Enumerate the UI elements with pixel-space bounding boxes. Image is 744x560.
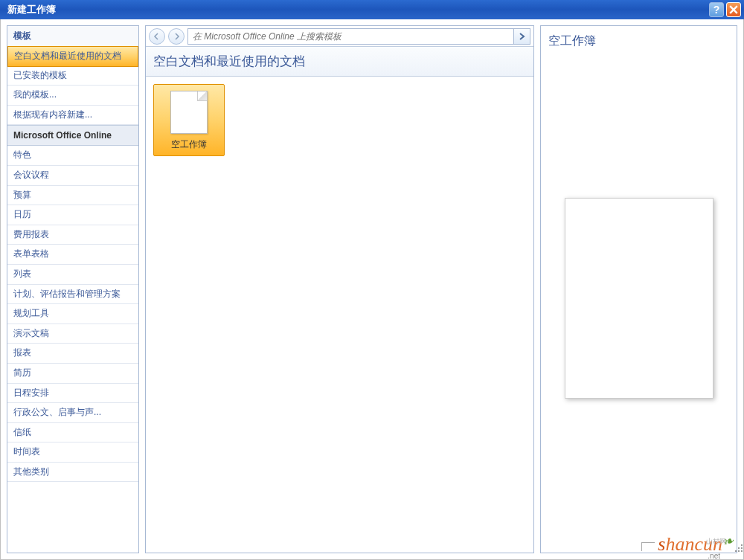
back-button[interactable] (149, 28, 165, 45)
sidebar-item-label: 演示文稿 (13, 328, 49, 338)
document-icon (170, 91, 208, 134)
nav-bar (146, 26, 533, 47)
sidebar-item-label: 日历 (13, 209, 31, 219)
sidebar-item-stationery[interactable]: 行政公文、启事与声... (7, 403, 138, 423)
sidebar-item-agendas[interactable]: 会议议程 (7, 166, 138, 186)
templates-area: 空工作簿 (146, 77, 533, 553)
sidebar-item-label: 日程安排 (13, 387, 49, 398)
sidebar-item-label: 时间表 (13, 446, 40, 457)
help-button[interactable]: ? (709, 2, 724, 17)
sidebar-item-featured[interactable]: 特色 (7, 146, 138, 166)
sidebar-item-schedules[interactable]: 日程安排 (7, 384, 138, 404)
sidebar-item-planners[interactable]: 规划工具 (7, 304, 138, 324)
window-controls: ? (709, 2, 741, 17)
preview-document (565, 198, 713, 399)
sidebar-item-label: 预算 (13, 190, 31, 200)
dialog-body: 模板 空白文档和最近使用的文档 已安装的模板 我的模板... 根据现有内容新建.… (0, 19, 744, 560)
sidebar-item-label: 其他类别 (13, 466, 49, 477)
sidebar-item-letters[interactable]: 信纸 (7, 423, 138, 443)
sidebar-item-resumes[interactable]: 简历 (7, 364, 138, 384)
sidebar-item-label: 会议议程 (13, 170, 49, 180)
search-input[interactable] (188, 29, 513, 44)
section-title: 空白文档和最近使用的文档 (146, 47, 533, 77)
titlebar: 新建工作簿 ? (0, 0, 744, 19)
sidebar-item-label: 根据现有内容新建... (13, 109, 92, 120)
sidebar-item-timesheets[interactable]: 时间表 (7, 442, 138, 463)
forward-button[interactable] (168, 28, 185, 45)
sidebar-item-more-categories[interactable]: 其他类别 (7, 463, 138, 483)
sidebar-item-label: 表单表格 (13, 248, 49, 259)
arrow-left-icon (153, 33, 161, 40)
sidebar-item-reports[interactable]: 报表 (7, 344, 138, 364)
sidebar-item-label: 报表 (13, 347, 31, 358)
sidebar-item-forms[interactable]: 表单表格 (7, 245, 138, 265)
sidebar-item-lists[interactable]: 列表 (7, 265, 138, 285)
arrow-right-icon (518, 32, 527, 41)
search-go-button[interactable] (513, 29, 530, 44)
sidebar-item-installed-templates[interactable]: 已安装的模板 (7, 66, 138, 86)
search-box (187, 28, 530, 45)
sidebar-item-budgets[interactable]: 预算 (7, 186, 138, 206)
sidebar-item-label: 信纸 (13, 427, 31, 437)
sidebar-item-blank-recent[interactable]: 空白文档和最近使用的文档 (7, 46, 138, 67)
close-icon (729, 5, 738, 14)
sidebar-header: 模板 (7, 26, 138, 47)
sidebar-item-label: 简历 (13, 367, 31, 378)
sidebar-section-office-online: Microsoft Office Online (7, 125, 138, 146)
sidebar-item-label: 费用报表 (13, 229, 49, 239)
sidebar-item-my-templates[interactable]: 我的模板... (7, 86, 138, 106)
center-pane: 空白文档和最近使用的文档 空工作簿 (145, 25, 534, 553)
template-label: 空工作簿 (157, 138, 221, 151)
sidebar-item-presentations[interactable]: 演示文稿 (7, 324, 138, 344)
sidebar-item-label: 已安装的模板 (13, 70, 67, 80)
sidebar-item-label: 特色 (13, 149, 31, 160)
window-title: 新建工作簿 (7, 3, 709, 16)
sidebar-item-expense-reports[interactable]: 费用报表 (7, 225, 138, 245)
sidebar-item-label: 行政公文、启事与声... (13, 407, 101, 417)
sidebar-item-plans[interactable]: 计划、评估报告和管理方案 (7, 285, 138, 305)
sidebar-item-label: 规划工具 (13, 308, 49, 318)
sidebar-item-label: 列表 (13, 268, 31, 279)
sidebar-item-label: 我的模板... (13, 89, 57, 100)
close-button[interactable] (726, 2, 741, 17)
sidebar-item-label: 计划、评估报告和管理方案 (13, 289, 121, 299)
arrow-right-icon (173, 33, 180, 40)
preview-pane: 空工作簿 (540, 25, 737, 553)
template-blank-workbook[interactable]: 空工作簿 (153, 84, 225, 156)
sidebar-item-label: 空白文档和最近使用的文档 (14, 51, 121, 61)
preview-title: 空工作簿 (548, 33, 729, 49)
sidebar: 模板 空白文档和最近使用的文档 已安装的模板 我的模板... 根据现有内容新建.… (7, 25, 139, 553)
sidebar-item-calendars[interactable]: 日历 (7, 205, 138, 225)
sidebar-item-new-from-existing[interactable]: 根据现有内容新建... (7, 106, 138, 126)
